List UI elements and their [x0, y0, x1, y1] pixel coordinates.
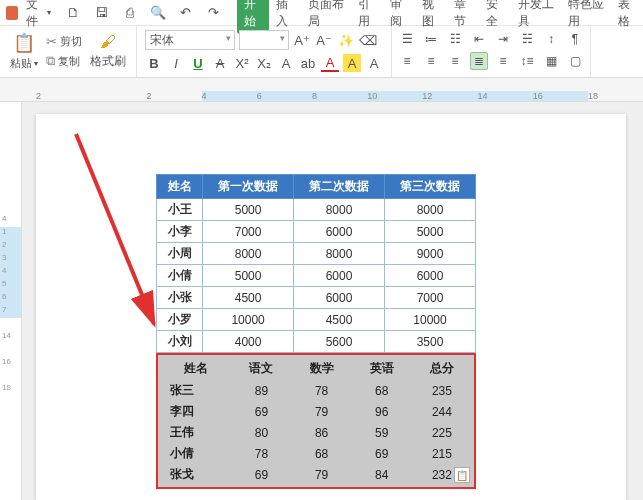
table-cell[interactable]: 3500 — [385, 331, 476, 353]
table-cell[interactable]: 89 — [231, 380, 291, 401]
subscript-button[interactable]: X₂ — [255, 54, 273, 72]
table-row[interactable]: 小罗10000450010000 — [157, 309, 476, 331]
table-cell[interactable]: 7000 — [203, 221, 294, 243]
table-cell[interactable]: 王伟 — [160, 422, 231, 443]
strike-button[interactable]: A — [211, 54, 229, 72]
change-case-icon[interactable]: ✨ — [337, 31, 355, 49]
table-cell[interactable]: 8000 — [294, 243, 385, 265]
document-page[interactable]: 姓名 第一次数据 第二次数据 第三次数据 小王500080008000小李700… — [36, 114, 626, 500]
table-cell[interactable]: 9000 — [385, 243, 476, 265]
table-row[interactable]: 小倩786869215 — [160, 443, 472, 464]
underline-button[interactable]: U — [189, 54, 207, 72]
font-color-button[interactable]: A — [321, 54, 339, 72]
table-cell[interactable]: 8000 — [294, 199, 385, 221]
numbering-icon[interactable]: ≔ — [422, 30, 440, 48]
table-cell[interactable]: 235 — [412, 380, 472, 401]
horizontal-ruler[interactable]: 2 2 4 6 8 10 12 14 16 18 — [0, 78, 643, 102]
paste-options-icon[interactable]: 📋 — [454, 467, 470, 483]
table-cell[interactable]: 79 — [292, 401, 352, 422]
decrease-font-icon[interactable]: A⁻ — [315, 31, 333, 49]
table-cell[interactable]: 78 — [292, 380, 352, 401]
increase-indent-icon[interactable]: ⇥ — [494, 30, 512, 48]
qat-undo-icon[interactable]: ↶ — [177, 4, 195, 22]
qat-redo-icon[interactable]: ↷ — [205, 4, 223, 22]
paste-button[interactable]: 📋 粘贴▾ — [6, 30, 42, 73]
data-table-2[interactable]: 姓名 语文 数学 英语 总分 张三897868235李四697996244王伟8… — [160, 357, 472, 485]
multilevel-icon[interactable]: ☷ — [446, 30, 464, 48]
table-row[interactable]: 王伟808659225 — [160, 422, 472, 443]
table-cell[interactable]: 79 — [292, 464, 352, 485]
data-table-1[interactable]: 姓名 第一次数据 第二次数据 第三次数据 小王500080008000小李700… — [156, 174, 476, 353]
cut-button[interactable]: ✂剪切 — [46, 34, 82, 49]
table-cell[interactable]: 69 — [231, 464, 291, 485]
text-direction-icon[interactable]: ☵ — [518, 30, 536, 48]
table-cell[interactable]: 84 — [352, 464, 412, 485]
align-right-icon[interactable]: ≡ — [446, 52, 464, 70]
table-cell[interactable]: 张三 — [160, 380, 231, 401]
table-cell[interactable]: 225 — [412, 422, 472, 443]
table-cell[interactable]: 5000 — [385, 221, 476, 243]
superscript-button[interactable]: X² — [233, 54, 251, 72]
format-painter-button[interactable]: 🖌 格式刷 — [86, 31, 130, 72]
table-cell[interactable]: 69 — [231, 401, 291, 422]
borders-icon[interactable]: ▢ — [566, 52, 584, 70]
table-cell[interactable]: 李四 — [160, 401, 231, 422]
highlight-button[interactable]: A — [343, 54, 361, 72]
table-cell[interactable]: 215 — [412, 443, 472, 464]
align-left-icon[interactable]: ≡ — [398, 52, 416, 70]
font-size-select[interactable] — [239, 30, 289, 50]
copy-button[interactable]: ⧉复制 — [46, 53, 82, 69]
align-center-icon[interactable]: ≡ — [422, 52, 440, 70]
table-cell[interactable]: 78 — [231, 443, 291, 464]
table-cell[interactable]: 10000 — [385, 309, 476, 331]
table-cell[interactable]: 59 — [352, 422, 412, 443]
align-justify-icon[interactable]: ≣ — [470, 52, 488, 70]
table-cell[interactable]: 69 — [352, 443, 412, 464]
table-cell[interactable]: 244 — [412, 401, 472, 422]
table-row[interactable]: 小王500080008000 — [157, 199, 476, 221]
table-cell[interactable]: 5000 — [203, 265, 294, 287]
show-marks-icon[interactable]: ¶ — [566, 30, 584, 48]
sort-icon[interactable]: ↕ — [542, 30, 560, 48]
table-cell[interactable]: 68 — [352, 380, 412, 401]
table-cell[interactable]: 5000 — [203, 199, 294, 221]
table-cell[interactable]: 10000 — [203, 309, 294, 331]
bold-button[interactable]: B — [145, 54, 163, 72]
table-cell[interactable]: 4500 — [294, 309, 385, 331]
table-row[interactable]: 李四697996244 — [160, 401, 472, 422]
phonetic-button[interactable]: ab — [299, 54, 317, 72]
table-cell[interactable]: 6000 — [294, 287, 385, 309]
table-row[interactable]: 小刘400056003500 — [157, 331, 476, 353]
qat-new-icon[interactable]: 🗋 — [65, 4, 83, 22]
table-cell[interactable]: 68 — [292, 443, 352, 464]
table-cell[interactable]: 80 — [231, 422, 291, 443]
table-row[interactable]: 张三897868235 — [160, 380, 472, 401]
vertical-ruler[interactable]: 4 1 2 3 4 5 6 7 14 16 18 — [0, 102, 22, 500]
table-cell[interactable]: 4000 — [203, 331, 294, 353]
char-shading-button[interactable]: A — [365, 54, 383, 72]
table-cell[interactable]: 8000 — [203, 243, 294, 265]
font-name-select[interactable]: 宋体 — [145, 30, 235, 50]
table-cell[interactable]: 6000 — [385, 265, 476, 287]
qat-save-icon[interactable]: 🖫 — [93, 4, 111, 22]
table-cell[interactable]: 张戈 — [160, 464, 231, 485]
table-cell[interactable]: 7000 — [385, 287, 476, 309]
table-cell[interactable]: 96 — [352, 401, 412, 422]
table-cell[interactable]: 8000 — [385, 199, 476, 221]
tab-table[interactable]: 表格 — [611, 0, 643, 34]
table-cell[interactable]: 6000 — [294, 221, 385, 243]
table-cell[interactable]: 小倩 — [160, 443, 231, 464]
table-row[interactable]: 小倩500060006000 — [157, 265, 476, 287]
qat-preview-icon[interactable]: 🔍 — [149, 4, 167, 22]
clear-format-icon[interactable]: ⌫ — [359, 31, 377, 49]
table-row[interactable]: 小李700060005000 — [157, 221, 476, 243]
table-row[interactable]: 小周800080009000 — [157, 243, 476, 265]
distribute-icon[interactable]: ≡ — [494, 52, 512, 70]
line-spacing-icon[interactable]: ↕≡ — [518, 52, 536, 70]
italic-button[interactable]: I — [167, 54, 185, 72]
table-cell[interactable]: 5600 — [294, 331, 385, 353]
table-row[interactable]: 小张450060007000 — [157, 287, 476, 309]
table-row[interactable]: 张戈697984232 — [160, 464, 472, 485]
bullets-icon[interactable]: ☰ — [398, 30, 416, 48]
shading-icon[interactable]: ▦ — [542, 52, 560, 70]
